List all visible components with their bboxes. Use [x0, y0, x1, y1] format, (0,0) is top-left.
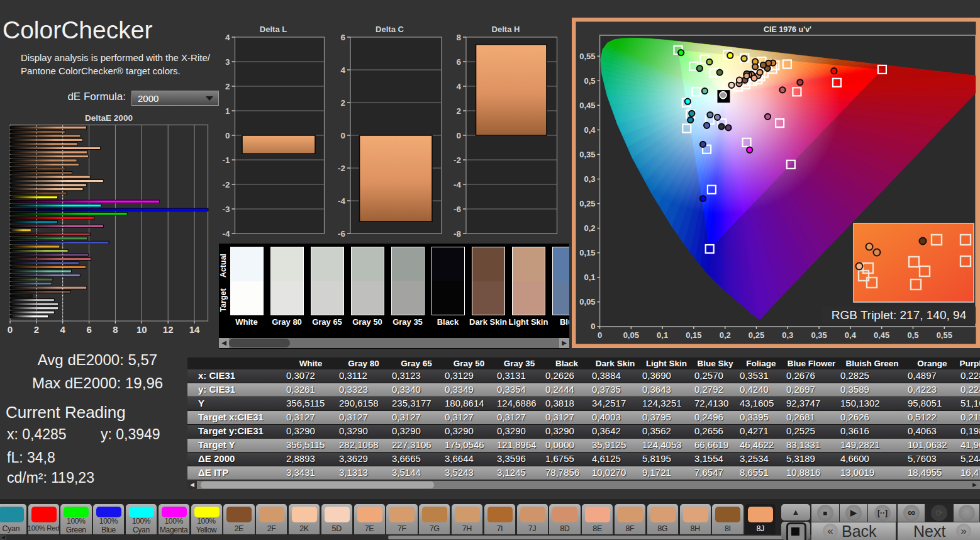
svg-text:-6: -6	[454, 205, 461, 214]
svg-text:3: 3	[225, 57, 230, 67]
svg-text:0,4: 0,4	[584, 125, 596, 135]
svg-text:0,35: 0,35	[811, 330, 827, 340]
svg-text:8: 8	[113, 324, 118, 335]
svg-text:0: 0	[8, 324, 13, 335]
svg-text:0: 0	[591, 322, 595, 331]
svg-text:Delta L: Delta L	[260, 25, 287, 34]
svg-text:0,3: 0,3	[584, 174, 595, 184]
svg-text:0,5: 0,5	[584, 76, 595, 86]
svg-text:0,5: 0,5	[907, 330, 918, 340]
svg-text:0,35: 0,35	[579, 150, 595, 159]
svg-text:-6: -6	[338, 229, 345, 239]
svg-text:6: 6	[456, 57, 461, 67]
svg-text:-2: -2	[454, 155, 461, 165]
svg-text:0: 0	[340, 131, 345, 140]
svg-text:Delta C: Delta C	[376, 25, 404, 34]
svg-text:2: 2	[456, 106, 461, 116]
svg-text:0: 0	[456, 131, 461, 140]
svg-text:CIE 1976 u'v': CIE 1976 u'v'	[764, 25, 811, 34]
svg-text:DeltaE 2000: DeltaE 2000	[85, 113, 133, 123]
svg-text:0,15: 0,15	[686, 330, 701, 340]
svg-text:0,05: 0,05	[579, 297, 595, 307]
svg-text:0,2: 0,2	[584, 223, 595, 233]
svg-text:0,45: 0,45	[579, 101, 595, 110]
svg-text:12: 12	[163, 324, 174, 335]
svg-text:RGB Triplet: 217, 140, 94: RGB Triplet: 217, 140, 94	[832, 308, 967, 322]
svg-text:0,15: 0,15	[579, 248, 595, 257]
svg-text:-1: -1	[222, 155, 230, 165]
svg-text:6: 6	[340, 33, 345, 42]
svg-text:-4: -4	[454, 180, 461, 189]
svg-text:8: 8	[456, 33, 461, 42]
svg-text:-2: -2	[338, 164, 345, 173]
svg-text:-8: -8	[454, 229, 461, 239]
svg-text:0,25: 0,25	[579, 199, 595, 208]
svg-text:0,2: 0,2	[720, 330, 731, 340]
svg-text:-2: -2	[222, 180, 230, 189]
svg-text:4: 4	[456, 82, 461, 91]
svg-text:0,55: 0,55	[579, 52, 595, 61]
svg-text:-3: -3	[222, 205, 230, 214]
svg-text:10: 10	[136, 324, 147, 335]
svg-text:2: 2	[340, 98, 345, 108]
svg-text:-4: -4	[222, 229, 230, 239]
svg-text:0: 0	[598, 330, 602, 340]
svg-text:6: 6	[86, 324, 91, 335]
svg-text:4: 4	[340, 65, 345, 75]
svg-text:14: 14	[189, 324, 200, 335]
svg-text:4: 4	[225, 33, 230, 42]
svg-text:1: 1	[225, 106, 230, 116]
svg-text:0,3: 0,3	[782, 330, 793, 340]
svg-text:Delta H: Delta H	[492, 25, 520, 34]
svg-text:4: 4	[60, 324, 66, 335]
svg-text:0,1: 0,1	[584, 273, 595, 282]
svg-text:2: 2	[225, 82, 230, 91]
svg-text:0,25: 0,25	[749, 330, 764, 340]
svg-text:0: 0	[225, 131, 230, 140]
svg-text:2: 2	[34, 324, 39, 335]
svg-text:0,45: 0,45	[874, 330, 889, 340]
svg-text:0,4: 0,4	[845, 330, 857, 340]
svg-text:0,05: 0,05	[623, 330, 639, 340]
svg-text:-4: -4	[338, 196, 345, 206]
svg-text:0,1: 0,1	[657, 330, 668, 340]
svg-text:0,55: 0,55	[937, 330, 952, 340]
